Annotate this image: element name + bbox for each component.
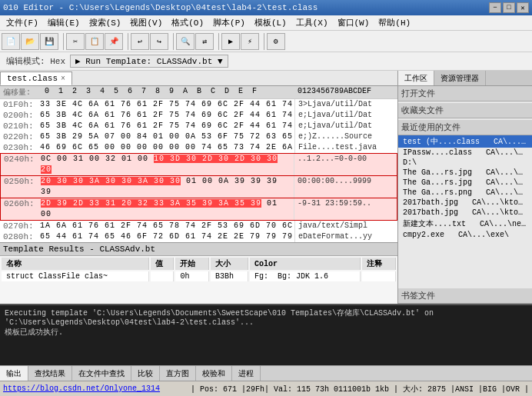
file-item-ga-rs-jpg2[interactable]: The Ga...rs.jpg CA\...\ktop\ — [398, 178, 532, 188]
template-results-header: Template Results - CLASSAdv.bt — [0, 243, 397, 256]
open-file-button[interactable]: 📂 — [21, 33, 39, 50]
output-text: Executing template 'C:\Users\Legends\Doc… — [0, 305, 532, 365]
run-template-button[interactable]: ⚡ — [241, 33, 259, 50]
bottom-tabs: 输出 查找结果 在文件中查找 比较 直方图 校验和 进程 — [0, 365, 532, 381]
tab-close-icon[interactable]: × — [61, 75, 65, 83]
run-template-btn[interactable]: ▶ Run Template: CLASSAdv.bt ▼ — [70, 55, 228, 68]
file-item-ga-rs-png[interactable]: The Ga...rs.png CA\...\ktop\ — [398, 188, 532, 198]
file-item-bath2[interactable]: 2017bath.jpg CA\...\ktop\ — [398, 208, 532, 218]
favorites-section: 收藏夹文件 — [398, 103, 532, 118]
window-controls: − □ ✕ — [489, 2, 529, 13]
run-template-label: ▶ Run Template: CLASSAdv.bt — [75, 57, 212, 66]
table-row: 0240h: 0C 00 31 00 32 01 00 10 3D 30 2D … — [0, 153, 397, 176]
resource-manager-tab[interactable]: 资源管理器 — [434, 71, 486, 85]
template-results-table: 名称 值 开始 大小 Color 注释 struct ClassFile cla… — [0, 256, 397, 283]
template-results-panel: Template Results - CLASSAdv.bt 名称 值 开始 大… — [0, 242, 397, 304]
find-in-files-tab[interactable]: 在文件中查找 — [72, 366, 131, 381]
file-item-new-txt[interactable]: 新建文本....txt CA\...\net\ — [398, 218, 532, 230]
status-info: | Pos: 671 |29Fh| Val: 115 73h 0111001b … — [191, 384, 529, 394]
file-item-ga-rs-jpg1[interactable]: The Ga...rs.jpg CA\...\ktop\ — [398, 168, 532, 178]
title-text: 010 Editor - C:\Users\Legends\Desktop\04… — [3, 3, 318, 12]
save-button[interactable]: 💾 — [40, 33, 58, 50]
right-panel-tab-bar: 工作区 资源管理器 — [398, 71, 532, 86]
file-item-test-class[interactable]: test (中....class CA\...\test\ — [398, 135, 532, 148]
right-panel: 工作区 资源管理器 打开文件 收藏夹文件 最近使用的文件 test (中....… — [397, 71, 532, 304]
recent-files-section: 最近使用的文件 — [398, 120, 532, 135]
table-row: 0220h: 65 3B 29 5A 07 00 84 01 00 0A 53 … — [0, 131, 397, 142]
hex-header: 偏移量: 0 1 2 3 4 5 6 7 8 9 A B C D E F 012… — [0, 86, 397, 99]
process-tab[interactable]: 进程 — [232, 366, 261, 381]
new-file-button[interactable]: 📄 — [2, 33, 20, 50]
find-results-tab[interactable]: 查找结果 — [28, 366, 72, 381]
paste-button[interactable]: 📌 — [105, 33, 123, 50]
template-results-title: Template Results - CLASSAdv.bt — [3, 245, 155, 254]
row-start: 0h — [175, 271, 209, 281]
edit-mode-label: 编辑模式: Hex — [3, 55, 68, 67]
hex-ascii: 3>Ljava/util/Dat — [294, 99, 394, 110]
table-row: 0200h: 65 3B 4C 6A 61 76 61 2F 75 74 69 … — [0, 110, 397, 121]
separator3 — [171, 33, 174, 50]
file-item-cmpy2[interactable]: cmpy2.exe CA\...\exe\ — [398, 230, 532, 240]
copy-button[interactable]: 📋 — [85, 33, 104, 50]
separator1 — [61, 33, 64, 50]
tab-label: test.class — [7, 74, 58, 83]
hex-bytes: 33 3E 4C 6A 61 76 61 2F 75 74 69 6C 2F 4… — [40, 99, 294, 110]
close-button[interactable]: ✕ — [517, 2, 529, 13]
col-color: Color — [250, 258, 361, 270]
menu-item-x[interactable]: 工具(X) — [291, 15, 333, 30]
cut-button[interactable]: ✂ — [66, 33, 85, 50]
workspace-tab[interactable]: 工作区 — [398, 71, 434, 85]
separator5 — [261, 33, 264, 50]
sub-toolbar: 编辑模式: Hex ▶ Run Template: CLASSAdv.bt ▼ — [0, 52, 532, 71]
menu-item-h[interactable]: 帮助(H) — [374, 15, 415, 30]
hex-view[interactable]: 01F0h: 33 3E 4C 6A 61 76 61 2F 75 74 69 … — [0, 99, 397, 242]
menu-item-e[interactable]: 编辑(E) — [43, 15, 85, 30]
checksum-tab[interactable]: 校验和 — [196, 366, 232, 381]
col-name: 名称 — [2, 258, 149, 270]
row-comment — [362, 271, 396, 281]
find-button[interactable]: 🔍 — [176, 33, 195, 50]
replace-button[interactable]: ⇄ — [195, 33, 214, 50]
hex-addr: 01F0h: — [3, 99, 40, 110]
compare-tab[interactable]: 比较 — [131, 366, 160, 381]
minimize-button[interactable]: − — [489, 2, 501, 13]
maximize-button[interactable]: □ — [503, 2, 515, 13]
row-size: B3Bh — [211, 271, 248, 281]
run-template-arrow: ▼ — [218, 57, 223, 66]
file-item-ipassw[interactable]: IPassw....class CA\...\aut\ — [398, 148, 532, 158]
menu-item-f[interactable]: 文件(F) — [2, 15, 43, 30]
output-tab[interactable]: 输出 — [0, 366, 28, 381]
run-script-button[interactable]: ▶ — [221, 33, 240, 50]
histogram-tab[interactable]: 直方图 — [160, 366, 196, 381]
col-start: 开始 — [175, 258, 209, 270]
col-value: 值 — [151, 258, 174, 270]
offset-label: 偏移量: — [3, 87, 40, 98]
tab-bar: test.class × — [0, 71, 397, 86]
file-item-bath1[interactable]: 2017bath.jpg CA\...\ktop\ — [398, 198, 532, 208]
menu-item-v[interactable]: 视图(V) — [125, 15, 167, 30]
menu-item-l[interactable]: 模板(L) — [250, 15, 291, 30]
file-item-d[interactable]: D:\ — [398, 158, 532, 168]
table-row: 0270h: 1A 6A 61 76 61 2F 74 65 78 74 2F … — [0, 221, 397, 231]
table-row: 0280h: 65 44 61 74 65 46 6F 72 6D 61 74 … — [0, 231, 397, 242]
output-panel: Executing template 'C:\Users\Legends\Doc… — [0, 304, 532, 365]
menu-item-p[interactable]: 脚本(P) — [208, 15, 250, 30]
redo-button[interactable]: ↪ — [150, 33, 168, 50]
settings-button[interactable]: ⚙ — [267, 33, 285, 50]
col-size: 大小 — [211, 258, 248, 270]
table-header-row: 名称 值 开始 大小 Color 注释 — [2, 258, 396, 270]
tab-test-class[interactable]: test.class × — [0, 72, 72, 85]
menu-item-w[interactable]: 窗口(W) — [333, 15, 374, 30]
undo-button[interactable]: ↩ — [131, 33, 149, 50]
table-row: struct ClassFile clas~ 0h B3Bh Fg: Bg: J… — [2, 271, 396, 281]
separator2 — [125, 33, 128, 50]
title-bar: 010 Editor - C:\Users\Legends\Desktop\04… — [0, 0, 532, 15]
row-name: struct ClassFile clas~ — [2, 271, 149, 281]
recent-files-list: test (中....class CA\...\test\ IPassw....… — [398, 135, 532, 288]
output-content: Executing template 'C:\Users\Legends\Doc… — [5, 309, 434, 337]
status-url[interactable]: https://blog.csdn.net/Onlyone_1314 — [3, 384, 160, 393]
col-comment: 注释 — [362, 258, 396, 270]
menu-item-s[interactable]: 搜索(S) — [85, 15, 126, 30]
bookmarks-section: 书签文件 — [398, 288, 532, 304]
menu-item-o[interactable]: 格式(O) — [167, 15, 208, 30]
